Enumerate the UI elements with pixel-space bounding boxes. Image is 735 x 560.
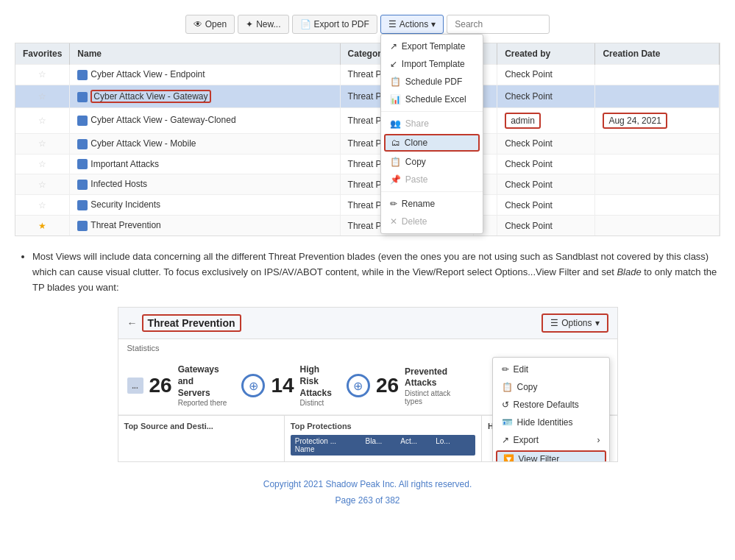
chevron-down-icon: ▾ xyxy=(431,19,436,29)
col-bla: Bla... xyxy=(366,437,401,453)
row-creation-date xyxy=(595,154,720,174)
clone-icon: 🗂 xyxy=(391,138,400,148)
table-row[interactable]: ☆ Cyber Attack View - Mobile Threat Prev… xyxy=(15,133,720,154)
row-name: Cyber Attack View - Gateway-Cloned xyxy=(70,107,340,133)
table-row[interactable]: ☆ Cyber Attack View - Gateway Threat Pre… xyxy=(15,85,720,107)
export-pdf-button[interactable]: 📄 Export to PDF xyxy=(292,15,377,34)
stat-label-prevented: PreventedAttacks Distinct attacktypes xyxy=(405,366,450,405)
ss-header: ← Threat Prevention ☰ Options ▾ xyxy=(118,308,617,339)
col-created-by: Created by xyxy=(497,43,595,65)
opt-view-filter[interactable]: 🔽 View Filter xyxy=(496,450,606,462)
separator-1 xyxy=(381,111,483,112)
favorite-star[interactable]: ☆ xyxy=(15,174,70,195)
actions-button[interactable]: ☰ Actions ▾ xyxy=(380,15,444,34)
actions-dropdown-container: ☰ Actions ▾ ↗ Export Template ↙ Import T… xyxy=(380,15,444,34)
second-screenshot: ← Threat Prevention ☰ Options ▾ Statisti… xyxy=(118,307,618,462)
opt-restore-defaults[interactable]: ↺ Restore Defaults xyxy=(493,396,609,414)
row-created-by: Check Point xyxy=(497,85,595,107)
opt-copy[interactable]: 📋 Copy xyxy=(493,378,609,396)
table-row[interactable]: ☆ Cyber Attack View - Gateway-Cloned Thr… xyxy=(15,107,720,133)
table-row[interactable]: ★ Threat Prevention Threat Prevention Ch… xyxy=(15,216,720,235)
table-row[interactable]: ☆ Important Attacks Threat Prevention Ch… xyxy=(15,154,720,174)
favorite-star[interactable]: ☆ xyxy=(15,85,70,107)
rename-item[interactable]: ✏ Rename xyxy=(381,195,483,213)
export-pdf-icon: 📄 xyxy=(300,19,311,29)
col-protection-name: Protection Name xyxy=(295,437,330,453)
bottom-left-label: Top Source and Desti... xyxy=(124,422,278,430)
col-dots: ... xyxy=(330,437,366,453)
row-created-by: Check Point xyxy=(497,65,595,85)
options-dropdown-menu: ✏ Edit 📋 Copy ↺ Restore Defaults 🪪 Hide … xyxy=(492,357,610,462)
views-table-container: Favorites Name Category ▼ Created by Cre… xyxy=(15,43,720,236)
row-creation-date xyxy=(595,216,720,235)
row-name: Cyber Attack View - Endpoint xyxy=(70,65,340,85)
export-icon: ↗ xyxy=(390,41,397,52)
col-creation-date: Creation Date xyxy=(595,43,720,65)
paste-icon: 📌 xyxy=(390,174,401,185)
search-input[interactable] xyxy=(447,15,550,34)
open-button[interactable]: 👁 Open xyxy=(185,15,235,34)
table-row[interactable]: ☆ Infected Hosts Threat Prevention Check… xyxy=(15,174,720,195)
favorite-star[interactable]: ☆ xyxy=(15,133,70,154)
chevron-right-icon: › xyxy=(597,435,600,445)
table-row[interactable]: ☆ Cyber Attack View - Endpoint Threat Pr… xyxy=(15,65,720,85)
row-name: Infected Hosts xyxy=(70,174,340,195)
clone-item[interactable]: 🗂 Clone xyxy=(384,134,480,152)
ss-header-left: ← Threat Prevention xyxy=(127,314,241,332)
import-template-item[interactable]: ↙ Import Template xyxy=(381,55,483,73)
favorite-star[interactable]: ☆ xyxy=(15,154,70,174)
views-table: Favorites Name Category ▼ Created by Cre… xyxy=(15,43,720,235)
paste-item: 📌 Paste xyxy=(381,171,483,188)
row-created-by: Check Point xyxy=(497,133,595,154)
row-created-by: Check Point xyxy=(497,216,595,235)
favorite-star[interactable]: ☆ xyxy=(15,195,70,216)
stat-badge: ... xyxy=(127,378,143,394)
row-name: Important Attacks xyxy=(70,154,340,174)
stat-number-high-risk: 14 xyxy=(271,374,294,397)
table-header-row: Favorites Name Category ▼ Created by Cre… xyxy=(15,43,720,65)
opt-export[interactable]: ↗ Export › xyxy=(493,431,609,449)
table-row[interactable]: ☆ Security Incidents Threat Prevention C… xyxy=(15,195,720,216)
row-created-by: Check Point xyxy=(497,195,595,216)
options-button[interactable]: ☰ Options ▾ xyxy=(542,313,608,333)
stat-prevented: ⊕ 26 PreventedAttacks Distinct attacktyp… xyxy=(347,366,450,405)
share-icon: 👥 xyxy=(390,118,401,129)
back-arrow-icon[interactable]: ← xyxy=(127,317,138,329)
footer: Copyright 2021 Shadow Peak Inc. All righ… xyxy=(15,477,720,508)
footer-line2: Page 263 of 382 xyxy=(15,493,720,509)
stats-row: ... 26 GatewaysandServers Reported there… xyxy=(118,357,617,415)
import-icon: ↙ xyxy=(390,59,397,69)
edit-icon: ✏ xyxy=(502,364,509,375)
favorite-star[interactable]: ☆ xyxy=(15,65,70,85)
filter-icon: 🔽 xyxy=(503,454,514,462)
stat-number-gateways: 26 xyxy=(149,374,172,397)
schedule-pdf-item[interactable]: 📋 Schedule PDF xyxy=(381,73,483,91)
options-list-icon: ☰ xyxy=(550,318,558,328)
target-icon-1: ⊕ xyxy=(241,374,265,397)
stat-number-prevented: 26 xyxy=(376,374,399,397)
list-icon: ☰ xyxy=(388,19,397,29)
schedule-excel-item[interactable]: 📊 Schedule Excel xyxy=(381,91,483,108)
hide-icon: 🪪 xyxy=(502,417,513,428)
row-created-by: admin xyxy=(497,107,595,133)
opt-hide-identities[interactable]: 🪪 Hide Identities xyxy=(493,414,609,431)
row-creation-date: Aug 24, 2021 xyxy=(595,107,720,133)
new-button[interactable]: ✦ New... xyxy=(238,15,288,34)
target-icon-2: ⊕ xyxy=(347,374,370,397)
row-created-by: Check Point xyxy=(497,174,595,195)
opt-edit[interactable]: ✏ Edit xyxy=(493,361,609,378)
rename-icon: ✏ xyxy=(390,199,397,209)
copy-item[interactable]: 📋 Copy xyxy=(381,153,483,171)
bottom-mid-label: Top Protections xyxy=(291,422,475,430)
bottom-table-headers: Protection Name ... Bla... Act... Lo... xyxy=(291,435,475,456)
row-creation-date xyxy=(595,174,720,195)
row-name: Cyber Attack View - Gateway xyxy=(70,85,340,107)
separator-2 xyxy=(381,191,483,192)
row-name: Cyber Attack View - Mobile xyxy=(70,133,340,154)
export-template-item[interactable]: ↗ Export Template xyxy=(381,38,483,55)
excel-icon: 📊 xyxy=(390,94,401,104)
col-name: Name xyxy=(70,43,340,65)
favorite-star[interactable]: ★ xyxy=(15,216,70,235)
row-created-by: Check Point xyxy=(497,154,595,174)
favorite-star[interactable]: ☆ xyxy=(15,107,70,133)
